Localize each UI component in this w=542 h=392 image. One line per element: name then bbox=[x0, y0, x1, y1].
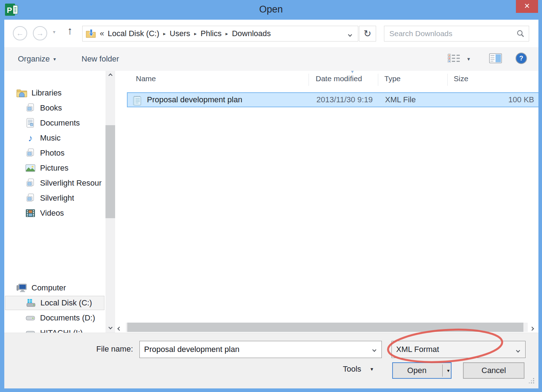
new-folder-label: New folder bbox=[82, 54, 119, 64]
file-row-proposal-development-plan[interactable]: Proposal development plan 2013/11/30 9:1… bbox=[127, 92, 538, 107]
dialog-body: ← → ▾ ↑ « Local Disk (C:) ▸ Users ▸ Phli… bbox=[4, 20, 538, 388]
back-button[interactable]: ← bbox=[13, 26, 27, 40]
chevron-down-icon bbox=[516, 348, 520, 352]
command-toolbar: Organize ▾ New folder ▾ bbox=[4, 47, 538, 71]
sidebar-item-photos[interactable]: Photos bbox=[5, 146, 104, 160]
cancel-button[interactable]: Cancel bbox=[463, 362, 524, 379]
scroll-down-button[interactable] bbox=[108, 325, 113, 330]
open-options-caret[interactable]: ▾ bbox=[445, 363, 452, 378]
sidebar-item-libraries[interactable]: Libraries bbox=[5, 86, 104, 100]
caret-down-icon: ▾ bbox=[467, 56, 470, 62]
scroll-left-button[interactable] bbox=[118, 325, 123, 330]
library-icon bbox=[24, 193, 36, 203]
computer-icon bbox=[16, 283, 28, 293]
sort-indicator-icon: ▾ bbox=[351, 71, 354, 74]
drive-icon bbox=[24, 315, 36, 321]
sidebar-item-silverlight-resources[interactable]: Silverlight Resour bbox=[5, 176, 104, 190]
search-input[interactable] bbox=[384, 29, 517, 38]
caret-down-icon: ▾ bbox=[53, 56, 56, 62]
breadcrumb-item-local-disk[interactable]: Local Disk (C:) bbox=[108, 29, 159, 38]
open-button-label: Open bbox=[393, 363, 441, 378]
sidebar-item-local-disk-c[interactable]: Local Disk (C:) bbox=[5, 296, 104, 310]
address-dropdown-caret[interactable] bbox=[349, 29, 351, 38]
libraries-icon bbox=[16, 88, 28, 98]
sidebar-item-silverlight[interactable]: Silverlight bbox=[5, 191, 104, 205]
breadcrumb-separator-icon[interactable]: ▸ bbox=[226, 31, 228, 36]
file-name-label: File name: bbox=[90, 344, 133, 354]
column-header-name[interactable]: Name bbox=[136, 74, 156, 87]
resize-grip[interactable] bbox=[528, 378, 535, 386]
refresh-button[interactable]: ↻ bbox=[359, 26, 376, 41]
organize-label: Organize bbox=[18, 54, 50, 64]
caret-down-icon: ▾ bbox=[447, 368, 449, 373]
resize-grip-icon bbox=[528, 378, 535, 384]
downloads-folder-icon bbox=[85, 29, 96, 39]
up-arrow-icon: ↑ bbox=[67, 25, 73, 36]
tools-button[interactable]: Tools ▾ bbox=[343, 364, 373, 374]
forward-button[interactable]: → bbox=[33, 26, 47, 40]
sidebar-scrollbar-thumb[interactable] bbox=[105, 125, 115, 218]
breadcrumb-overflow-icon[interactable]: « bbox=[100, 29, 104, 38]
music-note-icon: ♪ bbox=[24, 134, 36, 142]
change-view-button[interactable] bbox=[448, 53, 463, 63]
close-button[interactable]: × bbox=[516, 0, 538, 13]
column-divider[interactable] bbox=[447, 74, 448, 86]
file-list: ▾ Name Date modified Type Size bbox=[115, 71, 538, 333]
sidebar-item-hitachi-i[interactable]: HITACHI (I:) bbox=[5, 326, 104, 333]
file-name-combo bbox=[139, 341, 382, 358]
caret-down-icon: ▾ bbox=[53, 29, 55, 35]
back-arrow-icon: ← bbox=[16, 29, 24, 37]
open-dialog-window: P Open × ← → ▾ ↑ « Local Disk (C:) bbox=[0, 0, 542, 392]
search-box bbox=[384, 26, 529, 41]
scroll-up-button[interactable] bbox=[108, 73, 113, 78]
sidebar-item-documents-d[interactable]: Documents (D:) bbox=[5, 311, 104, 325]
caret-down-icon: ▾ bbox=[370, 366, 373, 372]
breadcrumb-item-phlics[interactable]: Phlics bbox=[201, 29, 222, 38]
up-one-level-button[interactable]: ↑ bbox=[67, 25, 73, 37]
dialog-footer: File name: XML Format Tools ▾ Open ▾ Can… bbox=[4, 333, 538, 388]
sidebar-item-computer[interactable]: Computer bbox=[5, 281, 104, 295]
breadcrumb-separator-icon[interactable]: ▸ bbox=[194, 31, 197, 36]
file-type-value: XML Format bbox=[392, 345, 439, 354]
window-title: Open bbox=[0, 0, 542, 20]
split-button-divider bbox=[442, 364, 443, 377]
new-folder-button[interactable]: New folder bbox=[82, 47, 119, 71]
navigation-bar: ← → ▾ ↑ « Local Disk (C:) ▸ Users ▸ Phli… bbox=[4, 20, 538, 47]
close-icon: × bbox=[524, 0, 529, 11]
library-icon bbox=[24, 178, 36, 188]
sidebar-item-books[interactable]: Books bbox=[5, 101, 104, 115]
cancel-button-label: Cancel bbox=[482, 366, 506, 375]
library-icon bbox=[24, 103, 36, 113]
organize-button[interactable]: Organize ▾ bbox=[18, 47, 56, 71]
chevron-right-icon bbox=[530, 327, 534, 330]
breadcrumb-item-users[interactable]: Users bbox=[170, 29, 190, 38]
column-header-type[interactable]: Type bbox=[384, 74, 401, 87]
scroll-right-button[interactable] bbox=[531, 325, 536, 330]
sidebar-scrollbar[interactable] bbox=[105, 71, 115, 333]
open-button[interactable]: Open ▾ bbox=[392, 362, 452, 379]
horizontal-scrollbar-track[interactable] bbox=[126, 323, 528, 332]
sidebar-item-music[interactable]: ♪ Music bbox=[5, 131, 104, 145]
breadcrumb-separator-icon[interactable]: ▸ bbox=[163, 31, 166, 36]
sidebar-item-documents[interactable]: Documents bbox=[5, 116, 104, 130]
horizontal-scrollbar-thumb[interactable] bbox=[127, 323, 523, 332]
search-icon bbox=[517, 30, 524, 38]
file-name-input[interactable] bbox=[140, 345, 373, 354]
forward-arrow-icon: → bbox=[36, 29, 44, 37]
horizontal-scrollbar[interactable] bbox=[115, 322, 538, 333]
column-divider[interactable] bbox=[309, 74, 309, 86]
column-header-date-modified[interactable]: Date modified bbox=[316, 74, 362, 87]
view-options-caret[interactable]: ▾ bbox=[467, 56, 470, 62]
sidebar-item-pictures[interactable]: Pictures bbox=[5, 161, 104, 175]
preview-pane-button[interactable] bbox=[489, 53, 502, 63]
file-type-dropdown-caret[interactable] bbox=[517, 345, 519, 354]
recent-locations-caret[interactable]: ▾ bbox=[53, 29, 55, 35]
help-button[interactable]: ? bbox=[516, 53, 527, 64]
file-name-dropdown-caret[interactable] bbox=[373, 346, 376, 353]
column-header-size[interactable]: Size bbox=[454, 74, 468, 87]
file-type-dropdown[interactable]: XML Format bbox=[391, 341, 526, 358]
sidebar-item-videos[interactable]: Videos bbox=[5, 206, 104, 220]
column-divider[interactable] bbox=[378, 74, 378, 86]
refresh-icon: ↻ bbox=[364, 28, 371, 39]
breadcrumb-item-downloads[interactable]: Downloads bbox=[232, 29, 271, 38]
